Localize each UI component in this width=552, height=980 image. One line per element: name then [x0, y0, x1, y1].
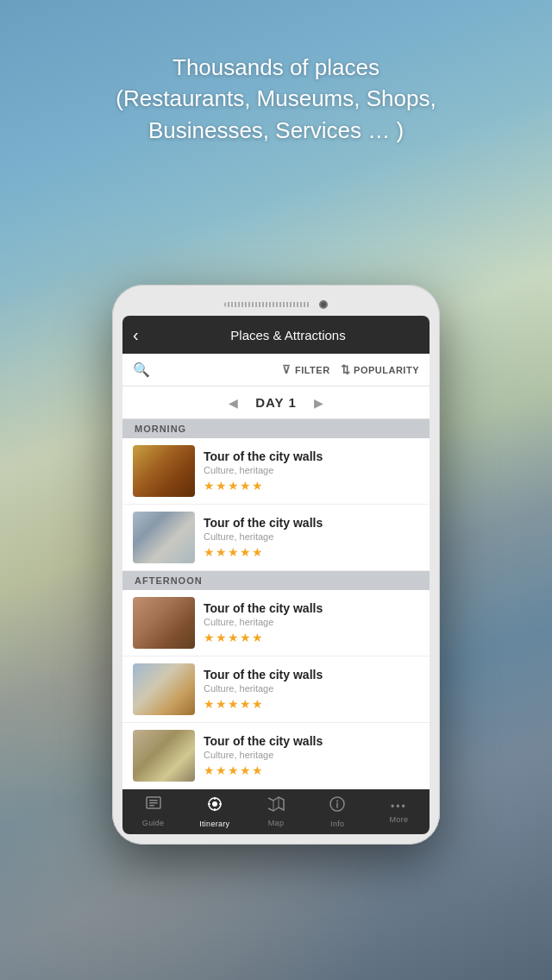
- svg-rect-3: [149, 805, 154, 807]
- attraction-thumbnail: [133, 512, 195, 563]
- attraction-rating: ★★★★★: [204, 697, 419, 711]
- itinerary-icon: [206, 795, 223, 817]
- tab-bar: Guide Itinerary: [122, 789, 430, 834]
- attraction-rating: ★★★★★: [204, 631, 419, 644]
- toolbar: 🔍 ⊽ FILTER ⇅ POPULARITY: [122, 354, 430, 386]
- attraction-thumbnail: [133, 730, 195, 782]
- more-label: More: [390, 815, 409, 824]
- tab-more[interactable]: ••• More: [368, 789, 430, 834]
- phone-body: ‹ Places & Attractions 🔍 ⊽ FILTER ⇅ POPU…: [112, 285, 440, 845]
- day-selector: ◀ DAY 1 ▶: [122, 386, 430, 419]
- attraction-name: Tour of the city walls: [204, 734, 419, 748]
- day-label: DAY 1: [255, 395, 297, 410]
- svg-point-14: [336, 801, 338, 802]
- attraction-info: Tour of the city walls Culture, heritage…: [204, 601, 419, 644]
- search-button[interactable]: 🔍: [133, 361, 150, 378]
- sort-button[interactable]: ⇅ POPULARITY: [341, 363, 419, 376]
- itinerary-label: Itinerary: [199, 820, 229, 828]
- attraction-name: Tour of the city walls: [204, 601, 419, 615]
- attraction-name: Tour of the city walls: [204, 668, 419, 682]
- attraction-category: Culture, heritage: [204, 750, 419, 760]
- attraction-info: Tour of the city walls Culture, heritage…: [204, 449, 419, 493]
- map-label: Map: [268, 819, 284, 827]
- guide-label: Guide: [142, 819, 165, 827]
- list-item[interactable]: Tour of the city walls Culture, heritage…: [122, 723, 430, 789]
- attraction-category: Culture, heritage: [204, 683, 419, 694]
- tab-info[interactable]: Info: [307, 789, 368, 834]
- attraction-rating: ★★★★★: [204, 479, 419, 493]
- info-icon: [329, 795, 346, 817]
- hero-line3: Businesses, Services … ): [148, 117, 404, 143]
- attraction-name: Tour of the city walls: [204, 449, 419, 463]
- filter-icon: ⊽: [282, 363, 292, 376]
- more-icon: •••: [391, 801, 407, 813]
- attraction-thumbnail: [133, 663, 195, 715]
- attraction-category: Culture, heritage: [204, 465, 419, 475]
- guide-icon: [145, 796, 162, 816]
- svg-point-5: [212, 801, 217, 807]
- tab-guide[interactable]: Guide: [122, 789, 184, 834]
- info-label: Info: [330, 820, 344, 828]
- list-item[interactable]: Tour of the city walls Culture, heritage…: [122, 438, 430, 505]
- phone-screen: ‹ Places & Attractions 🔍 ⊽ FILTER ⇅ POPU…: [122, 316, 430, 834]
- attraction-thumbnail: [133, 597, 195, 649]
- attraction-rating: ★★★★★: [204, 763, 419, 777]
- attraction-info: Tour of the city walls Culture, heritage…: [204, 734, 419, 777]
- attraction-rating: ★★★★★: [204, 545, 419, 559]
- attraction-info: Tour of the city walls Culture, heritage…: [204, 516, 419, 559]
- tab-map[interactable]: Map: [245, 789, 306, 834]
- attraction-info: Tour of the city walls Culture, heritage…: [204, 668, 419, 711]
- morning-section-header: MORNING: [122, 419, 430, 438]
- attraction-name: Tour of the city walls: [204, 516, 419, 530]
- attraction-thumbnail: [133, 445, 195, 497]
- svg-rect-2: [149, 802, 158, 804]
- filter-button[interactable]: ⊽ FILTER: [282, 363, 329, 376]
- afternoon-section-header: AFTERNOON: [122, 571, 430, 590]
- svg-rect-1: [149, 800, 158, 801]
- attraction-category: Culture, heritage: [204, 617, 419, 627]
- hero-line2: (Restaurants, Museums, Shops,: [116, 85, 436, 111]
- sort-icon: ⇅: [341, 363, 351, 376]
- next-day-button[interactable]: ▶: [314, 396, 323, 410]
- list-item[interactable]: Tour of the city walls Culture, heritage…: [122, 590, 430, 656]
- list-item[interactable]: Tour of the city walls Culture, heritage…: [122, 505, 430, 571]
- prev-day-button[interactable]: ◀: [229, 396, 238, 410]
- back-button[interactable]: ‹: [133, 325, 157, 345]
- camera-dot: [319, 300, 328, 309]
- map-icon: [267, 796, 285, 816]
- app-title: Places & Attractions: [157, 328, 419, 342]
- attraction-category: Culture, heritage: [204, 531, 419, 542]
- speaker-grille: [224, 302, 310, 307]
- hero-section: Thousands of places (Restaurants, Museum…: [0, 52, 552, 146]
- phone-device: ‹ Places & Attractions 🔍 ⊽ FILTER ⇅ POPU…: [112, 285, 440, 845]
- hero-line1: Thousands of places: [172, 54, 380, 80]
- phone-top-bar: [122, 295, 430, 316]
- app-header: ‹ Places & Attractions: [122, 316, 430, 354]
- list-item[interactable]: Tour of the city walls Culture, heritage…: [122, 656, 430, 723]
- tab-itinerary[interactable]: Itinerary: [184, 789, 245, 834]
